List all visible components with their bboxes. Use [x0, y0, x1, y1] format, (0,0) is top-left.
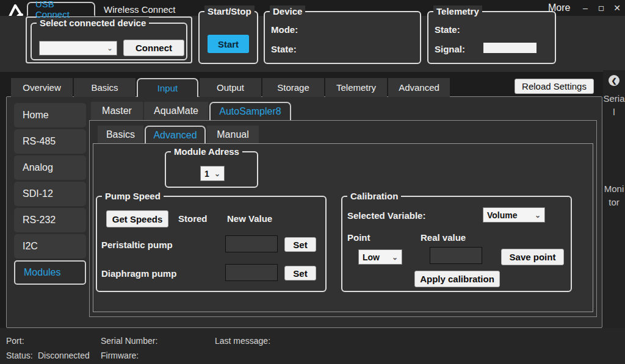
- port-label: Port:: [6, 336, 24, 346]
- serial-monitor-strip: ❮ Serial Monitor: [603, 70, 625, 328]
- module-address-select[interactable]: 1 ⌄: [200, 166, 225, 181]
- status-label: Status:: [6, 351, 33, 360]
- apply-calibration-button[interactable]: Apply calibration: [414, 271, 500, 287]
- minimize-button[interactable]: –: [579, 1, 592, 15]
- point-select-value: Low: [363, 252, 380, 262]
- chevron-down-icon: ⌄: [107, 45, 113, 51]
- diaphragm-new-value-input[interactable]: [225, 264, 278, 281]
- tab-usb-connect-label: USB Connect: [35, 0, 87, 20]
- signal-strength-bar: [483, 43, 536, 53]
- peristaltic-set-button[interactable]: Set: [284, 237, 316, 252]
- tab-autosampler8[interactable]: AutoSampler8: [209, 102, 291, 120]
- peristaltic-new-value-input[interactable]: [225, 235, 278, 252]
- tab-master[interactable]: Master: [91, 102, 143, 120]
- advanced-content-panel: Module Adress 1 ⌄ Pump Speed Get Speeds …: [93, 143, 593, 312]
- tab-basics[interactable]: Basics: [74, 78, 135, 97]
- select-device-groupbox: Select connected device ⌄ Connect: [31, 23, 187, 60]
- sidebar-item-i2c-label: I2C: [23, 241, 38, 252]
- tab-input[interactable]: Input: [137, 78, 198, 97]
- sidebar-item-modules-label: Modules: [24, 267, 60, 278]
- telemetry-signal-label: Signal:: [435, 44, 465, 54]
- connection-band: Select connected device ⌄ Connect Start/…: [0, 16, 625, 72]
- tab-wireless-connect[interactable]: Wireless Connect: [96, 2, 183, 16]
- chevron-down-icon: ⌄: [535, 212, 541, 218]
- tab-output[interactable]: Output: [200, 78, 261, 97]
- sidebar-item-modules[interactable]: Modules: [14, 260, 86, 285]
- real-value-input[interactable]: [430, 247, 482, 264]
- sidebar-item-rs485-label: RS-485: [23, 136, 56, 147]
- sidebar-item-analog[interactable]: Analog: [14, 155, 86, 180]
- tab-storage-label: Storage: [277, 82, 309, 93]
- serial-monitor-word2[interactable]: Monitor: [603, 182, 625, 209]
- reload-settings-button[interactable]: Reload Settings: [515, 79, 594, 94]
- sidebar-item-home-label: Home: [23, 110, 49, 121]
- point-select[interactable]: Low ⌄: [358, 249, 402, 265]
- tab-wireless-connect-label: Wireless Connect: [104, 4, 176, 15]
- get-speeds-button[interactable]: Get Speeds: [106, 210, 168, 227]
- tab-advanced[interactable]: Advanced: [388, 78, 450, 97]
- tab-overview[interactable]: Overview: [11, 78, 73, 97]
- sidebar-item-rs232[interactable]: RS-232: [14, 208, 86, 232]
- diaphragm-pump-label: Diaphragm pump: [101, 268, 176, 279]
- device-group-label: Device: [270, 5, 305, 18]
- sidebar-item-rs232-label: RS-232: [23, 215, 56, 226]
- tab-sub-basics[interactable]: Basics: [98, 126, 143, 143]
- last-message-label: Last message:: [215, 336, 270, 346]
- chevron-down-icon: ⌄: [214, 171, 220, 177]
- tab-sub-basics-label: Basics: [106, 129, 135, 140]
- tab-usb-connect[interactable]: USB Connect: [27, 2, 95, 16]
- real-value-column-label: Real value: [421, 232, 466, 243]
- tab-storage[interactable]: Storage: [262, 78, 324, 97]
- connect-button[interactable]: Connect: [123, 40, 184, 56]
- tab-aquamate[interactable]: AquaMate: [144, 102, 208, 120]
- maximize-button[interactable]: ◻: [594, 1, 608, 15]
- point-column-label: Point: [347, 232, 370, 243]
- variable-select[interactable]: Volume ⌄: [483, 207, 545, 223]
- device-groupbox: Device Mode: State:: [264, 11, 421, 64]
- tab-telemetry[interactable]: Telemetry: [325, 78, 387, 97]
- tab-sub-advanced-label: Advanced: [153, 130, 197, 141]
- input-page-panel: Home RS-485 Analog SDI-12 RS-232 I2C Mod…: [6, 96, 602, 328]
- pump-speed-group-label: Pump Speed: [102, 190, 164, 202]
- tab-sub-manual[interactable]: Manual: [207, 126, 259, 143]
- module-address-groupbox: Module Adress 1 ⌄: [165, 151, 258, 188]
- app-window: USB Connect Wireless Connect More – ◻ ✕ …: [0, 0, 625, 364]
- stored-column-label: Stored: [178, 213, 208, 224]
- device-mode-label: Mode:: [271, 24, 298, 35]
- sidebar-item-home[interactable]: Home: [14, 103, 86, 127]
- close-button[interactable]: ✕: [610, 1, 624, 15]
- status-value: Disconnected: [38, 351, 90, 360]
- tab-autosampler8-label: AutoSampler8: [219, 106, 281, 117]
- tab-master-label: Master: [102, 105, 132, 116]
- device-select[interactable]: ⌄: [39, 41, 117, 55]
- statusbar: Port: Status: Disconnected Serial Number…: [0, 328, 625, 364]
- start-button[interactable]: Start: [208, 35, 249, 53]
- sidebar-item-i2c[interactable]: I2C: [14, 234, 86, 259]
- tab-aquamate-label: AquaMate: [154, 105, 198, 116]
- sidebar-item-sdi12[interactable]: SDI-12: [14, 182, 86, 206]
- tab-basics-label: Basics: [91, 82, 118, 93]
- telemetry-state-label: State:: [435, 24, 460, 35]
- tab-sub-advanced[interactable]: Advanced: [145, 126, 206, 143]
- sidebar-item-rs485[interactable]: RS-485: [14, 129, 86, 154]
- start-stop-group-label: Start/Stop: [204, 5, 255, 18]
- serial-number-label: Serial Number:: [101, 336, 157, 346]
- serial-monitor-word1[interactable]: Serial: [603, 92, 625, 119]
- variable-select-value: Volume: [487, 210, 518, 220]
- diaphragm-set-button[interactable]: Set: [284, 266, 316, 280]
- tab-input-label: Input: [157, 83, 178, 93]
- chevron-left-icon[interactable]: ❮: [609, 75, 620, 86]
- save-point-button[interactable]: Save point: [501, 249, 564, 265]
- module-address-group-label: Module Adress: [171, 146, 242, 158]
- new-value-column-label: New Value: [227, 213, 272, 224]
- firmware-label: Firmware:: [101, 351, 139, 360]
- device-state-label: State:: [271, 44, 297, 54]
- tab-sub-manual-label: Manual: [217, 129, 248, 140]
- selected-variable-label: Selected Variable:: [347, 210, 425, 221]
- sidebar-item-analog-label: Analog: [23, 162, 53, 173]
- tab-telemetry-label: Telemetry: [336, 82, 376, 93]
- tab-advanced-label: Advanced: [399, 82, 439, 93]
- telemetry-group-label: Telemetry: [433, 5, 482, 18]
- tab-output-label: Output: [217, 82, 244, 93]
- chevron-down-icon: ⌄: [392, 254, 398, 260]
